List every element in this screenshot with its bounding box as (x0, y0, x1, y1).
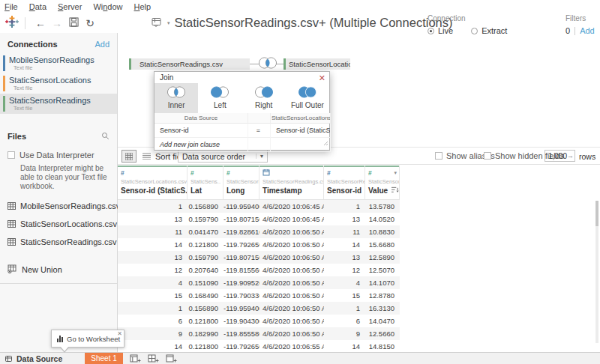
join-clause-operator[interactable]: = (248, 124, 271, 138)
grid-header-row: #StaticSensorLocations.csvSensor-id (Sta… (118, 166, 400, 200)
connection-item[interactable]: MobileSensorReadingsText file (0, 53, 117, 73)
table-row: 10.156890-119.9594004/6/2020 10:06:45 AM… (118, 200, 400, 213)
connection-item[interactable]: StaticSensorLocationsText file (0, 73, 117, 94)
join-clause-right-field[interactable]: Sensor-id (StaticSens... (271, 124, 331, 138)
column-header-timestamp[interactable]: StaticSensorReadings.csvTimestamp (260, 166, 324, 200)
cell-lat: 0.168490 (188, 289, 224, 302)
new-dashboard-button[interactable] (148, 354, 159, 363)
number-type-icon: # (190, 169, 194, 177)
cell-sensor-id: 11 (324, 225, 365, 238)
join-clause-left-field[interactable]: Sensor-id (154, 124, 248, 138)
connections-list: MobileSensorReadingsText fileStaticSenso… (0, 53, 117, 114)
connection-options: LiveExtract (428, 26, 507, 35)
new-story-button[interactable] (166, 354, 177, 363)
data-source-tab[interactable]: Data Source (0, 354, 70, 363)
table-icon (8, 217, 16, 231)
canvas-table-right[interactable]: StaticSensorLocations.csv (284, 58, 350, 70)
menu-window[interactable]: Window (93, 2, 122, 13)
column-icons: # (224, 167, 259, 177)
search-icon[interactable] (101, 130, 110, 143)
cell-long: -119.792650 (224, 340, 260, 352)
datasource-icon[interactable] (152, 16, 163, 30)
new-worksheet-button[interactable] (130, 354, 141, 363)
radio-circle[interactable] (471, 28, 478, 34)
use-data-interpreter-checkbox[interactable]: Use Data Interpreter (0, 148, 117, 163)
canvas-table-left[interactable]: StaticSensorReadings.csv (129, 58, 250, 70)
tableau-logo-icon[interactable] (5, 15, 19, 31)
cell-long: -119.855580 (224, 327, 260, 340)
join-type-full[interactable]: Full Outer (286, 83, 329, 113)
cell-sensor-id: 6 (324, 315, 365, 327)
go-to-worksheet-tooltip[interactable]: Go to Worksheet ✕ (51, 330, 124, 348)
list-view-button[interactable] (140, 150, 153, 163)
cell-long: -119.904300 (224, 315, 260, 327)
menu-file[interactable]: File (4, 2, 18, 13)
column-header-value[interactable]: #▾StaticSensor...Value (365, 166, 400, 200)
column-source: StaticSensorReadings.csv (260, 177, 323, 185)
filters-add-link[interactable]: Add (580, 26, 595, 35)
chevron-down-icon[interactable]: ▾ (394, 170, 397, 176)
refresh-button[interactable]: ↻ (82, 15, 98, 31)
column-source: StaticSensorLo... (224, 177, 259, 185)
files-list: MobileSensorReadings.csvStaticSensorLoca… (0, 197, 117, 251)
redo-button[interactable]: → (49, 15, 65, 31)
save-button[interactable] (65, 15, 82, 31)
menu-server[interactable]: Server (58, 2, 82, 13)
column-header-sensor-id[interactable]: #StaticSensorReadi...Sensor-id (324, 166, 365, 200)
cell-long: -119.909520 (224, 276, 260, 289)
cell-lat: 0.156890 (188, 302, 224, 315)
row-count-value: 1,000 (545, 152, 567, 160)
sort-descending-icon[interactable] (391, 186, 399, 195)
cell-value: 12.5070 (365, 264, 400, 276)
cell-timestamp: 4/6/2020 10:06:50 AM (260, 276, 324, 289)
column-header-lat[interactable]: #StaticSens..Lat (188, 166, 224, 200)
radio-extract[interactable]: Extract (471, 26, 507, 35)
checkbox-box[interactable] (435, 152, 442, 160)
column-header-sensor-id-statics[interactable]: #StaticSensorLocations.csvSensor-id (Sta… (118, 166, 188, 200)
sheet1-tab[interactable]: Sheet 1 (85, 353, 122, 364)
file-item[interactable]: StaticSensorReadings.csv (0, 233, 117, 251)
title-caret-icon[interactable]: ▾ (167, 20, 170, 26)
join-type-label: Inner (154, 101, 198, 109)
dialog-resize-handle[interactable] (323, 136, 328, 149)
cell-sensor-id: 15 (324, 289, 365, 302)
join-dialog-close-icon[interactable]: ✕ (319, 74, 326, 82)
cell-long: -119.807150 (224, 251, 260, 264)
tooltip-close-icon[interactable]: ✕ (117, 330, 122, 337)
join-venn-icon[interactable] (256, 56, 280, 73)
add-connection-link[interactable]: Add (94, 40, 110, 49)
cell-lat: 0.159790 (188, 251, 224, 264)
cell-sensor-id: 1 (324, 200, 365, 213)
join-dialog: Join ✕ InnerLeftRightFull Outer Data Sou… (154, 71, 330, 151)
cell-long: -119.792650 (224, 238, 260, 251)
file-item[interactable]: StaticSensorLocations.csv (0, 215, 117, 233)
join-type-right[interactable]: Right (242, 83, 286, 113)
grid-view-button[interactable] (122, 150, 136, 163)
join-type-left[interactable]: Left (198, 83, 242, 113)
apply-arrow-icon[interactable]: → (567, 152, 576, 160)
menu-help[interactable]: Help (134, 2, 152, 13)
status-bar: Data Source Sheet 1 (0, 352, 600, 364)
cell-sensor-id: 14 (324, 340, 365, 352)
cell-timestamp: 4/6/2020 10:06:50 AM (260, 251, 324, 264)
join-type-inner[interactable]: Inner (154, 83, 198, 113)
file-item[interactable]: MobileSensorReadings.csv (0, 197, 117, 215)
cell-sensor-id: 13 (324, 251, 365, 264)
column-header-long[interactable]: #StaticSensorLo...Long (224, 166, 260, 200)
radio-circle[interactable] (428, 28, 434, 34)
checkbox-box[interactable] (484, 152, 491, 160)
add-join-clause[interactable]: Add new join clause (154, 138, 248, 152)
connection-item[interactable]: StaticSensorReadingsText file (0, 94, 117, 114)
row-count-input[interactable]: 1,000 → (544, 150, 575, 162)
grid-body: 10.156890-119.9594004/6/2020 10:06:45 AM… (118, 200, 400, 352)
sort-order-value: Data source order (178, 152, 256, 161)
cell-sensor-id: 14 (324, 238, 365, 251)
scrollbar-thumb[interactable] (596, 201, 598, 226)
undo-button[interactable]: ← (32, 15, 49, 31)
vertical-scrollbar[interactable] (596, 201, 598, 343)
radio-live[interactable]: Live (428, 26, 453, 35)
cell-timestamp: 4/6/2020 10:06:50 AM (260, 264, 324, 276)
menu-data[interactable]: Data (29, 2, 46, 13)
new-union-button[interactable]: New Union (0, 255, 117, 284)
checkbox-box[interactable] (8, 151, 15, 159)
